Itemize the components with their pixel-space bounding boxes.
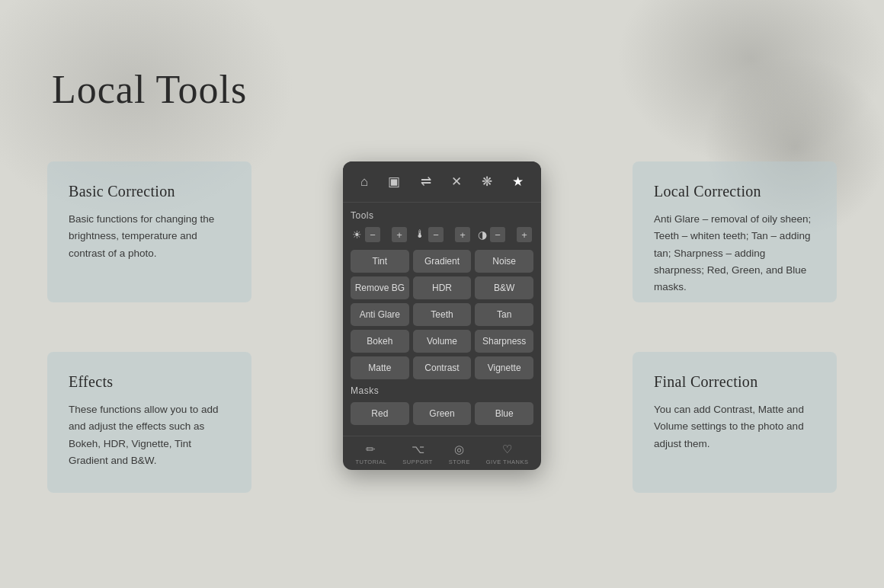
card-basic-correction: Basic Correction Basic functions for cha…	[47, 161, 251, 302]
tool-btn-contrast[interactable]: Contrast	[413, 356, 472, 379]
bottom-icons-bar: ✏TUTORIAL⌥SUPPORT◎STORE♡GIVE THANKS	[343, 436, 541, 470]
bottom-item-store[interactable]: ◎STORE	[449, 443, 470, 465]
card-local-text: Anti Glare – removal of oily sheen; Teet…	[654, 211, 815, 296]
nav-face-icon[interactable]: ❋	[479, 171, 495, 193]
nav-square-icon[interactable]: ▣	[385, 171, 403, 193]
masks-grid: RedGreenBlue	[351, 402, 533, 425]
card-local-title: Local Correction	[654, 183, 815, 200]
temperature-icon: 🌡	[415, 228, 425, 241]
card-final-title: Final Correction	[654, 373, 815, 391]
card-basic-text: Basic functions for changing the brightn…	[69, 211, 230, 262]
card-effects: Effects These functions allow you to add…	[47, 352, 251, 493]
tool-btn-sharpness[interactable]: Sharpness	[475, 330, 533, 353]
app-panel: ⌂ ▣ ⇌ ✕ ❋ ★ Tools ☀ − + 🌡 − + ◑ − + Tint…	[343, 161, 541, 470]
tool-btn-noise[interactable]: Noise	[475, 250, 533, 273]
tool-btn-bokeh[interactable]: Bokeh	[351, 330, 409, 353]
mask-btn-red[interactable]: Red	[351, 402, 409, 425]
tools-section-label: Tools	[351, 210, 533, 221]
brightness-icon: ☀	[352, 228, 362, 241]
tool-btn-volume[interactable]: Volume	[413, 330, 472, 353]
brightness-minus[interactable]: −	[365, 227, 380, 242]
tool-btn-gradient[interactable]: Gradient	[413, 250, 472, 273]
tool-btn-matte[interactable]: Matte	[351, 356, 409, 379]
nav-adjust-icon[interactable]: ⇌	[418, 171, 434, 193]
tool-btn-teeth[interactable]: Teeth	[413, 303, 472, 326]
bottom-icon-support: ⌥	[412, 443, 424, 456]
tool-btn-b&w[interactable]: B&W	[475, 276, 533, 299]
card-basic-title: Basic Correction	[69, 183, 230, 200]
bottom-item-tutorial[interactable]: ✏TUTORIAL	[355, 443, 386, 465]
bottom-icon-tutorial: ✏	[366, 443, 376, 456]
tool-buttons-grid: TintGradientNoiseRemove BGHDRB&WAnti Gla…	[351, 250, 533, 379]
tool-btn-vignette[interactable]: Vignette	[475, 356, 533, 379]
nav-tools-icon[interactable]: ✕	[448, 171, 465, 193]
bottom-item-support[interactable]: ⌥SUPPORT	[402, 443, 433, 465]
brightness-plus[interactable]: +	[392, 227, 407, 242]
card-effects-text: These functions allow you to add and adj…	[69, 401, 230, 469]
contrast-minus[interactable]: −	[490, 227, 505, 242]
bottom-icon-give-thanks: ♡	[502, 443, 512, 456]
page-title: Local Tools	[52, 67, 247, 112]
tool-btn-tan[interactable]: Tan	[475, 303, 533, 326]
tool-btn-tint[interactable]: Tint	[351, 250, 409, 273]
nav-home-icon[interactable]: ⌂	[357, 171, 371, 193]
contrast-slider-icon: ◑	[478, 228, 487, 241]
card-final-correction: Final Correction You can add Contrast, M…	[633, 352, 837, 493]
sliders-row: ☀ − + 🌡 − + ◑ − +	[351, 227, 533, 242]
masks-section: Masks RedGreenBlue	[351, 385, 533, 436]
bottom-label-store: STORE	[449, 459, 470, 465]
nav-bar: ⌂ ▣ ⇌ ✕ ❋ ★	[343, 161, 541, 203]
panel-content: Tools ☀ − + 🌡 − + ◑ − + TintGradientNois…	[343, 203, 541, 436]
tool-btn-hdr[interactable]: HDR	[413, 276, 472, 299]
mask-btn-green[interactable]: Green	[413, 402, 472, 425]
tool-btn-anti-glare[interactable]: Anti Glare	[351, 303, 409, 326]
tool-btn-remove-bg[interactable]: Remove BG	[351, 276, 409, 299]
masks-section-label: Masks	[351, 385, 533, 396]
bottom-icon-store: ◎	[454, 443, 464, 456]
contrast-plus[interactable]: +	[517, 227, 532, 242]
nav-star-icon[interactable]: ★	[509, 171, 527, 193]
mask-btn-blue[interactable]: Blue	[475, 402, 533, 425]
bottom-label-support: SUPPORT	[402, 459, 433, 465]
temperature-plus[interactable]: +	[455, 227, 470, 242]
card-effects-title: Effects	[69, 373, 230, 391]
bottom-label-give-thanks: GIVE THANKS	[486, 459, 529, 465]
bottom-label-tutorial: TUTORIAL	[355, 459, 386, 465]
card-local-correction: Local Correction Anti Glare – removal of…	[633, 161, 837, 302]
card-final-text: You can add Contrast, Matte and Volume s…	[654, 401, 815, 452]
temperature-minus[interactable]: −	[428, 227, 444, 242]
bottom-item-give-thanks[interactable]: ♡GIVE THANKS	[486, 443, 529, 465]
